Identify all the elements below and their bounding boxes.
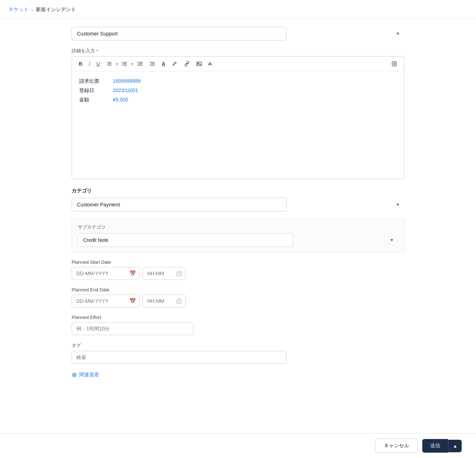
subcategory-dropdown[interactable]: Credit Note [78,233,293,247]
svg-text:3: 3 [107,64,108,66]
planned-start-date-wrapper: 📅 [72,267,140,280]
main-content: Customer Support ▼ 詳細を入力 * B i U 123 ▾ [0,18,476,398]
category-title: カテゴリ [72,188,404,194]
detail-label: 詳細を入力 * [72,48,404,54]
related-assets-plus-icon: ⊕ [72,371,77,379]
planned-start-date-input[interactable] [72,267,140,280]
svg-rect-7 [124,62,127,63]
svg-rect-15 [150,62,155,63]
invoice-value-2: 2023/10/01 [113,86,138,95]
svg-rect-2 [108,65,111,66]
svg-rect-13 [139,63,143,64]
svg-rect-21 [392,62,396,66]
rich-text-editor: B i U 123 ▾ ▾ A [72,56,404,179]
svg-rect-16 [151,63,155,64]
planned-end-date-wrapper: 📅 [72,295,140,307]
svg-point-6 [122,62,123,63]
planned-start-time-wrapper: 🕐 [143,267,186,280]
editor-body[interactable]: 請求伝票 1699999999 登録日 2023/10/01 金額 ¥9,500 [72,71,404,179]
cancel-button[interactable]: キャンセル [375,439,418,453]
subcategory-box: サブカテゴリ Credit Note ▼ [72,219,404,252]
toolbar-italic-button[interactable]: i [86,59,92,68]
planned-end-time-wrapper: 🕐 [143,295,186,307]
toolbar-text-color-button[interactable]: A [159,59,168,68]
planned-effort-section: Planned Effort [72,315,404,335]
tags-section: タグ [72,342,404,364]
svg-rect-14 [138,65,143,66]
planned-end-date-input[interactable] [72,295,140,307]
svg-point-10 [122,65,123,66]
subcategory-dropdown-chevron-icon: ▼ [390,238,394,243]
category-dropdown-wrapper: Customer Payment ▼ [72,198,404,211]
toolbar-right [389,59,400,68]
invoice-label-2: 登録日 [79,86,104,95]
invoice-label-3: 金額 [79,96,104,104]
planned-end-row: 📅 🕐 [72,295,404,307]
breadcrumb-current: 新規インシデント [36,6,76,13]
svg-rect-9 [124,63,127,64]
toolbar-ordered-list-button[interactable]: 123 [104,59,115,68]
svg-rect-17 [150,65,155,66]
planned-effort-input[interactable] [72,322,193,335]
planned-effort-label: Planned Effort [72,315,404,320]
toolbar-image-button[interactable] [194,59,205,68]
invoice-value-3: ¥9,500 [113,96,128,104]
send-dropdown-button[interactable]: ▲ [448,440,462,452]
ordered-list-dropdown[interactable]: ▾ [116,62,118,66]
invoice-line-2: 登録日 2023/10/01 [79,86,397,95]
category-dropdown[interactable]: Customer Payment [72,198,287,211]
breadcrumb: チケット › 新規インシデント [0,0,476,18]
invoice-line-1: 請求伝票 1699999999 [79,77,397,86]
toolbar-settings-button[interactable] [389,59,400,68]
send-button-group: 送信 ▲ [422,439,462,453]
subcategory-dropdown-wrapper: Credit Note ▼ [78,233,398,247]
toolbar-link-button[interactable] [182,59,192,68]
planned-start-label: Planned Start Date [72,259,404,265]
toolbar-unordered-list-button[interactable] [119,59,130,68]
editor-toolbar: B i U 123 ▾ ▾ A [72,57,404,71]
svg-point-8 [122,63,123,64]
planned-end-label: Planned End Date [72,287,404,292]
toolbar-strikethrough-button[interactable]: A [206,59,214,68]
footer-bar: キャンセル 送信 ▲ [0,433,476,458]
toolbar-indent-increase-button[interactable] [147,59,158,68]
svg-rect-12 [138,62,143,63]
svg-rect-1 [108,63,111,64]
svg-point-22 [394,63,395,65]
related-assets-link[interactable]: ⊕ 関連資産 [72,371,404,379]
tags-search-input[interactable] [72,351,287,364]
page-container: チケット › 新規インシデント Customer Support ▼ 詳細を入力… [0,0,476,458]
toolbar-underline-button[interactable]: U [94,59,102,68]
toolbar-indent-decrease-button[interactable] [135,59,145,68]
send-button[interactable]: 送信 [422,439,448,453]
related-assets-label: 関連資産 [79,372,99,378]
planned-end-time-input[interactable] [143,295,186,307]
svg-rect-0 [108,62,111,63]
category-section: カテゴリ Customer Payment ▼ サブカテゴリ Credit No… [72,188,404,252]
subcategory-label: サブカテゴリ [78,224,398,230]
planned-end-section: Planned End Date 📅 🕐 [72,287,404,307]
team-dropdown-wrapper: Customer Support ▼ [72,27,404,40]
planned-start-time-input[interactable] [143,267,186,280]
planned-start-section: Planned Start Date 📅 🕐 [72,259,404,280]
unordered-list-dropdown[interactable]: ▾ [131,62,133,66]
invoice-value-1: 1699999999 [113,77,141,86]
category-dropdown-chevron-icon: ▼ [396,202,400,207]
team-dropdown-chevron-icon: ▼ [396,31,400,36]
invoice-label-1: 請求伝票 [79,77,104,86]
toolbar-bold-button[interactable]: B [76,59,85,68]
tags-label: タグ [72,342,404,349]
required-indicator: * [96,48,98,54]
toolbar-highlight-button[interactable] [169,59,180,68]
team-dropdown[interactable]: Customer Support [72,27,287,40]
planned-start-row: 📅 🕐 [72,267,404,280]
svg-rect-11 [124,65,127,66]
breadcrumb-separator: › [32,7,33,13]
breadcrumb-link[interactable]: チケット [9,6,29,13]
invoice-line-3: 金額 ¥9,500 [79,96,397,104]
